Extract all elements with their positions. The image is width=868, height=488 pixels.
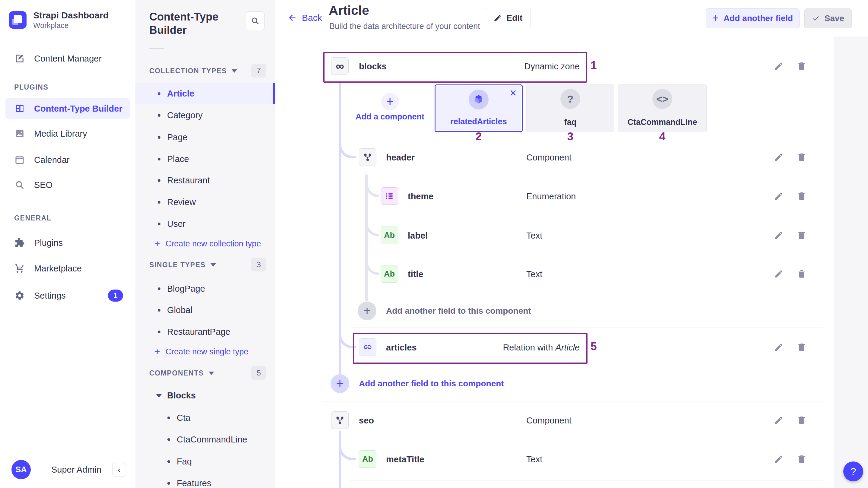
component-group-blocks[interactable]: Blocks [156,391,196,400]
delete-field-icon[interactable] [797,415,806,425]
sidebar-footer: SA Super Admin ‹ [0,455,135,488]
field-name-metatitle: metaTitle [386,455,424,464]
pencil-icon [493,14,502,22]
plus-icon: + [364,304,371,318]
collection-type-page[interactable]: Page [135,126,275,148]
add-another-field-button[interactable]: + Add another field [706,8,800,28]
component-ctacommandline[interactable]: CtaCommandLine [135,429,275,450]
text-field-icon: Ab [359,450,376,468]
workspace-subtitle: Workplace [33,21,108,30]
back-button[interactable]: Back [287,13,322,23]
annotation-number-1: 1 [591,59,597,72]
link-label: Create new single type [165,347,249,357]
delete-field-icon[interactable] [797,269,806,279]
edit-field-icon[interactable] [774,342,783,352]
add-field-label: Add another field [723,13,793,23]
field-type-title: Text [526,269,542,279]
edit-field-icon[interactable] [774,61,783,71]
component-faq[interactable]: Faq [135,451,275,472]
edit-field-icon[interactable] [774,231,783,240]
create-collection-type-link[interactable]: + Create new collection type [154,238,261,249]
edit-field-icon[interactable] [774,191,783,201]
item-label: Faq [177,457,192,466]
relation-prefix: Relation with [503,343,553,352]
field-name-articles: articles [386,343,417,353]
chevron-down-icon [156,394,162,398]
user-avatar[interactable]: SA [11,460,31,479]
save-button[interactable]: Save [804,8,852,28]
single-type-global[interactable]: Global [135,299,275,321]
component-features[interactable]: Features [135,472,275,488]
component-cta[interactable]: Cta [135,407,275,429]
component-card-ctacommandline[interactable]: <> CtaCommandLine [618,85,707,132]
add-field-to-component-label[interactable]: Add another field to this component [386,306,531,316]
delete-field-icon[interactable] [797,61,806,71]
plus-icon: + [154,346,160,357]
sidebar-item-seo[interactable]: SEO [0,175,135,194]
divider [323,44,820,45]
field-name-seo: seo [359,416,374,426]
component-card-faq[interactable]: ? faq [526,85,614,132]
strapi-content-type-builder-app: Strapi Dashboard Workplace Content Manag… [0,0,868,488]
edit-field-icon[interactable] [774,269,783,279]
collection-type-place[interactable]: Place [135,148,275,170]
close-icon[interactable]: ✕ [509,88,517,98]
puzzle-icon [14,237,25,248]
collapse-sidebar-button[interactable]: ‹ [112,463,126,477]
sidebar-item-marketplace[interactable]: Marketplace [0,259,135,278]
sidebar-item-label: Content Manager [34,54,102,64]
add-field-to-component-label[interactable]: Add another field to this component [359,379,504,389]
text-field-icon: Ab [381,265,398,283]
edit-field-icon[interactable] [774,152,783,162]
collection-type-review[interactable]: Review [135,191,275,213]
collection-type-restaurant[interactable]: Restaurant [135,170,275,191]
sidebar-item-calendar[interactable]: Calendar [0,150,135,170]
plus-icon: + [386,94,394,109]
delete-field-icon[interactable] [797,152,806,162]
field-name-label: label [408,231,428,241]
field-name-header: header [386,153,415,162]
sidebar-item-content-type-builder[interactable]: Content-Type Builder [5,98,130,119]
delete-field-icon[interactable] [797,454,806,464]
component-card-relatedarticles[interactable]: ✕ relatedArticles [435,85,523,132]
component-card-label: faq [527,118,614,127]
user-name: Super Admin [51,465,101,475]
collection-type-category[interactable]: Category [135,104,275,126]
item-label: Restaurant [167,176,210,185]
single-types-header[interactable]: SINGLE TYPES [149,261,216,269]
delete-field-icon[interactable] [797,191,806,201]
divider [149,48,164,49]
add-component-button[interactable]: + [381,93,399,111]
sidebar-item-media-library[interactable]: Media Library [0,124,135,143]
add-component-label[interactable]: Add a component [355,112,424,122]
delete-field-icon[interactable] [797,231,806,240]
search-button[interactable] [246,11,265,30]
workspace-brand[interactable]: Strapi Dashboard Workplace [0,0,135,40]
plus-icon: + [154,238,160,249]
collection-type-user[interactable]: User [135,213,275,235]
delete-field-icon[interactable] [797,342,806,352]
create-single-type-link[interactable]: + Create new single type [154,346,248,357]
sidebar-section-plugins: PLUGINS [14,83,48,91]
item-label: Place [167,154,189,164]
collection-type-article[interactable]: Article [135,83,275,104]
single-type-blogpage[interactable]: BlogPage [135,278,275,300]
edit-field-icon[interactable] [774,415,783,425]
sidebar-item-content-manager[interactable]: Content Manager [0,49,135,68]
sidebar-item-label: Plugins [34,238,63,248]
add-field-to-component-button[interactable]: + [331,374,349,393]
collection-types-header[interactable]: COLLECTION TYPES [149,67,237,75]
edit-field-icon[interactable] [774,454,783,464]
help-button[interactable]: ? [843,461,863,481]
add-field-to-component-button[interactable]: + [358,302,376,320]
item-label: CtaCommandLine [177,435,247,445]
collection-types-label: COLLECTION TYPES [149,67,227,75]
code-icon: <> [652,89,672,109]
divider [368,255,824,255]
single-type-restaurantpage[interactable]: RestaurantPage [135,321,275,343]
item-label: RestaurantPage [167,327,230,337]
components-header[interactable]: COMPONENTS [149,369,214,377]
edit-button[interactable]: Edit [485,8,531,28]
component-field-icon [359,148,376,166]
sidebar-item-plugins[interactable]: Plugins [0,233,135,252]
